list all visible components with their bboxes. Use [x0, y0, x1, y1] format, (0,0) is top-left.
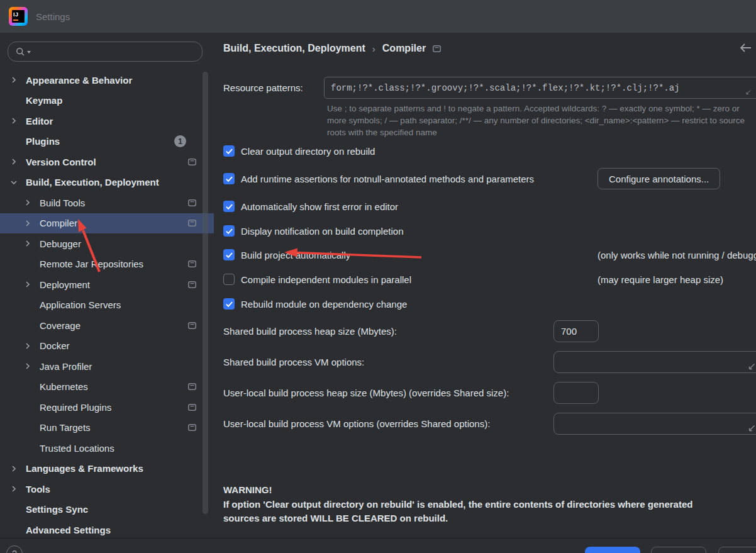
configure-annotations-button[interactable]: Configure annotations...: [598, 168, 720, 189]
window-title: Settings: [36, 11, 70, 22]
sidebar-scrollbar[interactable]: [203, 72, 208, 514]
search-icon: [16, 47, 25, 57]
sidebar-item-trusted-locations[interactable]: Trusted Locations: [0, 438, 214, 459]
checkbox-display-notification-on-build-completion[interactable]: [223, 225, 235, 237]
breadcrumb-item[interactable]: Build, Execution, Deployment: [223, 43, 365, 54]
sidebar-item-label: Build Tools: [40, 198, 85, 208]
field-label-shared-build-process-heap-size-mbytes: Shared build process heap size (Mbytes):: [223, 326, 397, 337]
sidebar-item-tools[interactable]: Tools: [0, 479, 214, 500]
checkbox-automatically-show-first-error-in-editor[interactable]: [223, 201, 235, 212]
checkbox-label[interactable]: Compile independent modules in parallel: [241, 274, 411, 285]
window-icon: [188, 159, 196, 165]
sidebar-item-languages-frameworks[interactable]: Languages & Frameworks: [0, 459, 214, 479]
settings-sidebar: Appearance & BehaviorKeymapEditorPlugins…: [0, 33, 214, 538]
checkbox-add-runtime-assertions-for-notnull-annotated-methods-and-parameters[interactable]: [223, 173, 235, 184]
chevron-right-icon[interactable]: [24, 199, 31, 206]
chevron-right-icon[interactable]: [10, 465, 18, 472]
checkbox-row-clear-output-directory-on-rebuild: Clear output directory on rebuild: [223, 142, 375, 160]
checkbox-label[interactable]: Build project automatically: [241, 250, 350, 260]
sidebar-item-settings-sync[interactable]: Settings Sync: [0, 500, 214, 520]
field-input-shared-build-process-heap-size-mbytes[interactable]: 700: [553, 320, 599, 342]
sidebar-item-build-execution-deployment[interactable]: Build, Execution, Deployment: [0, 172, 214, 193]
field-label-user-local-build-process-heap-size-mbytes-overrides-shared-size: User-local build process heap size (Mbyt…: [223, 388, 509, 398]
sidebar-item-application-servers[interactable]: Application Servers: [0, 295, 214, 316]
window-icon: [188, 404, 196, 411]
expand-field-icon[interactable]: [748, 425, 755, 432]
chevron-right-icon[interactable]: [24, 220, 31, 227]
field-label-shared-build-process-vm-options: Shared build process VM options:: [223, 357, 364, 367]
sidebar-item-coverage[interactable]: Coverage: [0, 315, 214, 336]
checkbox-row-build-project-automatically: Build project automatically(only works w…: [223, 246, 350, 264]
sidebar-item-compiler[interactable]: Compiler: [0, 213, 214, 234]
footer-divider: [0, 538, 756, 539]
back-arrow-icon[interactable]: [738, 42, 752, 57]
checkbox-label[interactable]: Rebuild module on dependency change: [241, 299, 407, 310]
sidebar-item-keymap[interactable]: Keymap: [0, 91, 214, 111]
checkbox-row-add-runtime-assertions-for-notnull-annotated-methods-and-parameters: Add runtime assertions for notnull-annot…: [223, 170, 534, 187]
sidebar-item-build-tools[interactable]: Build Tools: [0, 193, 214, 213]
checkbox-compile-independent-modules-in-parallel[interactable]: [223, 274, 235, 285]
sidebar-item-debugger[interactable]: Debugger: [0, 233, 214, 254]
checkbox-label[interactable]: Add runtime assertions for notnull-annot…: [241, 174, 534, 184]
sidebar-item-label: Remote Jar Repositories: [40, 259, 143, 269]
sidebar-item-label: Trusted Locations: [40, 443, 114, 454]
chevron-right-icon[interactable]: [24, 240, 31, 247]
sidebar-item-advanced-settings[interactable]: Advanced Settings: [0, 520, 214, 540]
expand-field-icon[interactable]: [748, 363, 755, 370]
checkbox-row-compile-independent-modules-in-parallel: Compile independent modules in parallel(…: [223, 271, 411, 288]
cancel-button[interactable]: [651, 547, 706, 553]
sidebar-item-label: Tools: [26, 484, 50, 494]
sidebar-item-label: Settings Sync: [26, 504, 88, 515]
sidebar-item-label: Languages & Frameworks: [26, 463, 143, 474]
checkbox-rebuild-module-on-dependency-change[interactable]: [223, 298, 235, 310]
window-icon: [188, 220, 196, 226]
sidebar-item-run-targets[interactable]: Run Targets: [0, 418, 214, 438]
sidebar-item-remote-jar-repositories[interactable]: Remote Jar Repositories: [0, 254, 214, 275]
chevron-right-icon[interactable]: [24, 362, 31, 370]
window-icon: [188, 424, 196, 431]
chevron-right-icon[interactable]: [10, 158, 18, 165]
chevron-right-icon[interactable]: [10, 485, 18, 493]
field-label-user-local-build-process-vm-options-overrides-shared-options: User-local build process VM options (ove…: [223, 418, 490, 429]
window-icon: [188, 260, 196, 267]
checkbox-build-project-automatically[interactable]: [223, 249, 235, 260]
field-input-user-local-build-process-vm-options-overrides-shared-options[interactable]: [553, 413, 756, 435]
checkbox-label[interactable]: Display notification on build completion: [241, 226, 403, 237]
sidebar-item-version-control[interactable]: Version Control: [0, 152, 214, 172]
sidebar-item-editor[interactable]: Editor: [0, 111, 214, 131]
search-input[interactable]: [8, 42, 203, 62]
chevron-right-icon[interactable]: [10, 117, 18, 125]
ok-button[interactable]: [585, 547, 640, 553]
apply-button[interactable]: [718, 547, 756, 553]
field-input-user-local-build-process-heap-size-mbytes-overrides-shared-size[interactable]: [553, 382, 599, 404]
sidebar-item-java-profiler[interactable]: Java Profiler: [0, 356, 214, 377]
help-icon[interactable]: ?: [6, 545, 23, 553]
window-icon: [433, 45, 441, 52]
checkbox-note: (may require larger heap size): [598, 274, 723, 285]
field-value: 700: [554, 326, 577, 337]
chevron-right-icon[interactable]: [10, 76, 18, 84]
chevron-right-icon[interactable]: [24, 281, 31, 288]
expand-field-icon[interactable]: [746, 89, 751, 96]
checkbox-clear-output-directory-on-rebuild[interactable]: [223, 145, 235, 157]
sidebar-item-appearance-behavior[interactable]: Appearance & Behavior: [0, 70, 214, 91]
sidebar-item-label: Run Targets: [40, 422, 91, 433]
breadcrumb-item[interactable]: Compiler: [382, 43, 426, 54]
sidebar-item-label: Keymap: [26, 95, 62, 106]
settings-tree: Appearance & BehaviorKeymapEditorPlugins…: [0, 70, 214, 540]
checkbox-row-rebuild-module-on-dependency-change: Rebuild module on dependency change: [223, 295, 407, 313]
sidebar-item-required-plugins[interactable]: Required Plugins: [0, 397, 214, 418]
sidebar-item-docker[interactable]: Docker: [0, 336, 214, 357]
field-input-shared-build-process-vm-options[interactable]: [553, 351, 756, 373]
checkbox-label[interactable]: Clear output directory on rebuild: [241, 146, 375, 157]
sidebar-item-kubernetes[interactable]: Kubernetes: [0, 377, 214, 398]
warning-title: WARNING!: [223, 483, 692, 498]
sidebar-item-plugins[interactable]: Plugins1: [0, 131, 214, 152]
sidebar-item-label: Appearance & Behavior: [26, 75, 132, 86]
resource-patterns-input[interactable]: form;!?*.class;!?*.groovy;!?*.scala;!?*.…: [324, 77, 756, 99]
chevron-right-icon[interactable]: [24, 342, 31, 350]
search-options-caret-icon[interactable]: [27, 51, 31, 53]
chevron-down-icon[interactable]: [10, 179, 18, 186]
sidebar-item-deployment[interactable]: Deployment: [0, 274, 214, 295]
checkbox-label[interactable]: Automatically show first error in editor: [241, 201, 398, 212]
